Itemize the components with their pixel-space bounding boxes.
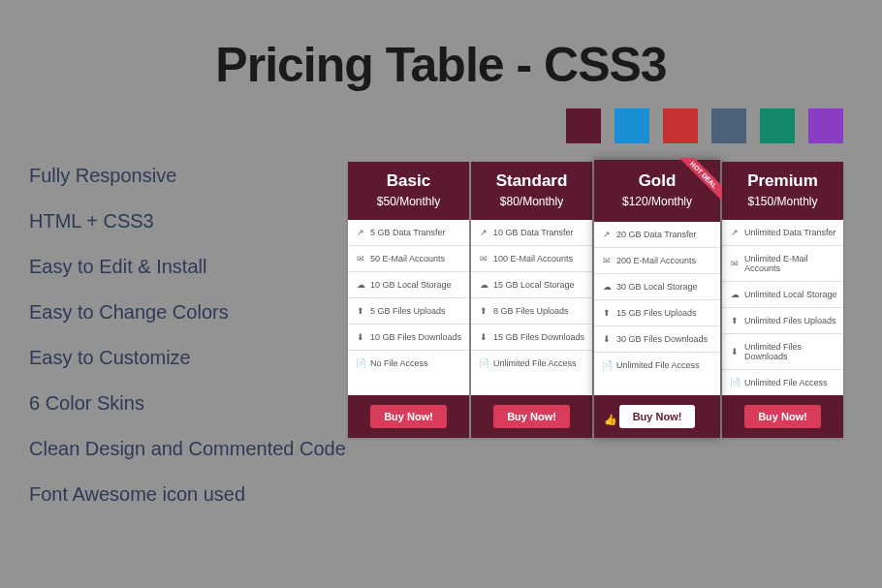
plan-price: $80/Monthly <box>471 195 592 208</box>
feature-text: 20 GB Data Transfer <box>616 230 697 239</box>
plan-name: Standard <box>471 171 592 191</box>
plan-feature: ↗5 GB Data Transfer <box>348 220 469 246</box>
plan-body: ↗20 GB Data Transfer✉200 E-Mail Accounts… <box>594 222 720 395</box>
feature-icon: ☁ <box>356 280 365 290</box>
feature-text: Unlimited Files Downloads <box>744 342 839 361</box>
feature-text: 10 GB Files Downloads <box>370 332 461 342</box>
feature-item: Fully Responsive <box>29 165 346 187</box>
plan-price: $50/Monthly <box>348 195 469 208</box>
swatch-red[interactable] <box>663 108 698 143</box>
plan-feature: ⬆5 GB Files Uploads <box>348 298 469 325</box>
buy-button[interactable]: Buy Now! <box>370 405 447 428</box>
swatch-maroon[interactable] <box>566 108 601 143</box>
feature-icon: ⬇ <box>730 347 740 356</box>
feature-icon: 📄 <box>356 358 365 368</box>
plan-feature: ☁15 GB Local Storage <box>471 272 592 298</box>
feature-icon: ⬇ <box>479 332 488 342</box>
plan-feature: 📄Unlimited File Access <box>471 351 592 376</box>
feature-icon: ⬇ <box>356 332 365 342</box>
page-title: Pricing Table - CSS3 <box>0 37 882 93</box>
feature-text: 30 GB Local Storage <box>616 282 698 292</box>
swatch-blue[interactable] <box>614 108 649 143</box>
plan-body: ↗5 GB Data Transfer✉50 E-Mail Accounts☁1… <box>348 220 469 395</box>
feature-icon: ↗ <box>602 230 612 239</box>
plan-feature: ✉50 E-Mail Accounts <box>348 246 469 272</box>
feature-text: 15 GB Local Storage <box>493 280 575 290</box>
plan-footer: Buy Now! <box>471 395 592 438</box>
feature-item: Font Awesome icon used <box>29 483 346 506</box>
feature-icon: ⬆ <box>479 306 488 316</box>
plan-feature: ⬆Unlimited Files Uploads <box>722 308 843 334</box>
plan-footer: Buy Now! <box>348 395 469 438</box>
plan-feature: ☁10 GB Local Storage <box>348 272 469 298</box>
feature-text: 5 GB Data Transfer <box>370 228 446 237</box>
swatch-teal[interactable] <box>760 108 795 143</box>
plan-feature: 📄Unlimited File Access <box>722 370 843 395</box>
plan-feature: ✉Unlimited E-Mail Accounts <box>722 246 843 282</box>
feature-item: Easy to Change Colors <box>29 301 346 324</box>
feature-item: Clean Design and Commented Code <box>29 438 346 460</box>
plan-feature: ↗Unlimited Data Transfer <box>722 220 843 246</box>
swatch-purple[interactable] <box>808 108 843 143</box>
pricing-plans: Basic$50/Monthly↗5 GB Data Transfer✉50 E… <box>348 162 843 438</box>
feature-text: 5 GB Files Uploads <box>370 306 446 316</box>
plan-header: Basic$50/Monthly <box>348 162 469 220</box>
feature-icon: ↗ <box>356 228 365 237</box>
plan-feature: 📄Unlimited File Access <box>594 353 720 378</box>
color-swatches <box>566 108 843 143</box>
plan-header: Standard$80/Monthly <box>471 162 592 220</box>
plan-header: Premium$150/Monthly <box>722 162 843 220</box>
feature-icon: ✉ <box>730 259 740 268</box>
feature-icon: 📄 <box>602 360 612 370</box>
plan-feature: ↗10 GB Data Transfer <box>471 220 592 246</box>
feature-text: Unlimited File Access <box>493 358 577 368</box>
feature-text: Unlimited Data Transfer <box>744 228 836 237</box>
plan-feature: ⬇30 GB Files Downloads <box>594 326 720 353</box>
feature-text: 50 E-Mail Accounts <box>370 254 445 263</box>
feature-text: 100 E-Mail Accounts <box>493 254 573 263</box>
feature-text: 200 E-Mail Accounts <box>616 256 696 265</box>
feature-item: HTML + CSS3 <box>29 210 346 232</box>
feature-icon: ⬆ <box>602 308 612 318</box>
feature-text: 10 GB Local Storage <box>370 280 452 290</box>
feature-icon: 📄 <box>730 378 740 387</box>
feature-text: 10 GB Data Transfer <box>493 228 574 237</box>
plan-name: Premium <box>722 171 843 191</box>
buy-button[interactable]: Buy Now! <box>744 405 821 428</box>
plan-feature: ⬇10 GB Files Downloads <box>348 325 469 351</box>
plan-feature: ✉100 E-Mail Accounts <box>471 246 592 272</box>
feature-icon: ✉ <box>602 256 612 265</box>
feature-text: 8 GB Files Uploads <box>493 306 569 316</box>
plan-feature: ⬇15 GB Files Downloads <box>471 325 592 351</box>
feature-text: Unlimited File Access <box>616 360 700 370</box>
buy-button[interactable]: Buy Now! <box>619 405 696 428</box>
plan-name: Basic <box>348 171 469 191</box>
plan-feature: ⬆15 GB Files Uploads <box>594 300 720 326</box>
feature-icon: ☁ <box>602 282 612 292</box>
plan-footer: Buy Now! <box>722 395 843 438</box>
feature-icon: ↗ <box>730 228 740 237</box>
plan-footer: 👍Buy Now! <box>594 395 720 438</box>
feature-item: Easy to Customize <box>29 347 346 369</box>
feature-icon: ⬇ <box>602 334 612 344</box>
plan-feature: 📄No File Access <box>348 351 469 376</box>
feature-icon: ↗ <box>479 228 488 237</box>
plan-gold: Gold$120/MonthlyHOT DEAL↗20 GB Data Tran… <box>594 160 720 438</box>
plan-basic: Basic$50/Monthly↗5 GB Data Transfer✉50 E… <box>348 162 469 438</box>
plan-feature: ↗20 GB Data Transfer <box>594 222 720 248</box>
feature-text: Unlimited Local Storage <box>744 290 837 299</box>
plan-feature: ⬇Unlimited Files Downloads <box>722 334 843 370</box>
feature-icon: ☁ <box>730 290 740 299</box>
buy-button[interactable]: Buy Now! <box>493 405 570 428</box>
feature-item: Easy to Edit & Install <box>29 256 346 278</box>
feature-text: 15 GB Files Downloads <box>493 332 584 342</box>
feature-text: Unlimited E-Mail Accounts <box>744 254 839 273</box>
feature-text: 15 GB Files Uploads <box>616 308 697 318</box>
feature-icon: ☁ <box>479 280 488 290</box>
feature-icon: ✉ <box>479 254 488 263</box>
plan-feature: ✉200 E-Mail Accounts <box>594 248 720 274</box>
feature-text: Unlimited File Access <box>744 378 828 387</box>
feature-text: Unlimited Files Uploads <box>744 316 836 325</box>
swatch-slate[interactable] <box>711 108 746 143</box>
feature-item: 6 Color Skins <box>29 392 346 415</box>
